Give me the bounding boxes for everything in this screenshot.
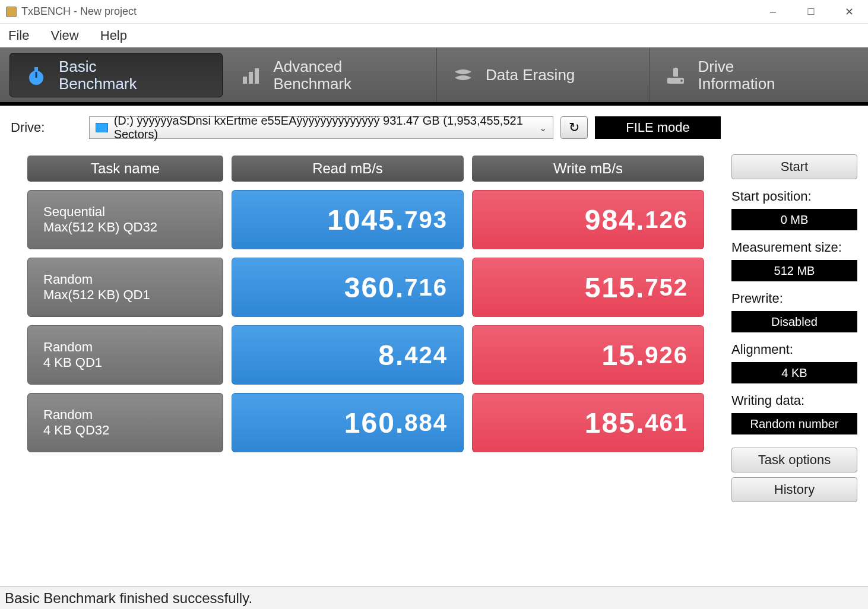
- drive-label: Drive:: [11, 120, 82, 135]
- minimize-button[interactable]: –: [754, 0, 792, 24]
- results-table: Task name Read mB/s Write mB/s Sequentia…: [11, 156, 721, 576]
- svg-rect-1: [34, 67, 38, 71]
- app-icon: [6, 7, 17, 17]
- read-value: 160.884: [232, 393, 464, 452]
- svg-rect-4: [249, 72, 253, 84]
- refresh-icon: ↻: [569, 120, 579, 135]
- task-cell[interactable]: Sequential Max(512 KB) QD32: [27, 190, 223, 249]
- task-cell[interactable]: Random 4 KB QD32: [27, 393, 223, 452]
- svg-rect-3: [243, 77, 247, 84]
- start-position-value[interactable]: 0 MB: [731, 209, 857, 230]
- drive-select[interactable]: (D:) ÿÿÿÿÿÿaSDnsi kxErtme e55EAÿÿÿÿÿÿÿÿÿ…: [89, 116, 553, 139]
- table-row: Random Max(512 KB) QD1 360.716 515.752: [27, 258, 704, 317]
- tab-label: Benchmark: [274, 75, 352, 93]
- tab-drive-information[interactable]: Drive Information: [650, 48, 861, 102]
- side-panel: Start Start position: 0 MB Measurement s…: [731, 116, 857, 576]
- tab-advanced-benchmark[interactable]: Advanced Benchmark: [225, 48, 438, 102]
- read-value: 360.716: [232, 258, 464, 317]
- tab-label: Basic: [59, 58, 137, 75]
- task-line1: Random: [43, 407, 207, 423]
- alignment-label: Alignment:: [731, 342, 857, 357]
- task-line1: Random: [43, 340, 207, 355]
- file-mode-button[interactable]: FILE mode: [595, 116, 721, 139]
- write-value: 15.926: [472, 325, 704, 385]
- window-title: TxBENCH - New project: [21, 5, 754, 18]
- results-header: Task name Read mB/s Write mB/s: [27, 156, 704, 182]
- refresh-button[interactable]: ↻: [560, 116, 588, 139]
- read-value: 8.424: [232, 325, 464, 385]
- erase-icon: [451, 64, 475, 87]
- bars-icon: [239, 64, 263, 87]
- task-line2: 4 KB QD1: [43, 355, 207, 370]
- drive-row: Drive: (D:) ÿÿÿÿÿÿaSDnsi kxErtme e55EAÿÿ…: [11, 116, 721, 139]
- prewrite-value[interactable]: Disabled: [731, 311, 857, 332]
- table-row: Sequential Max(512 KB) QD32 1045.793 984…: [27, 190, 704, 249]
- task-line1: Random: [43, 272, 207, 287]
- tab-label: Advanced: [274, 58, 352, 75]
- read-value: 1045.793: [232, 190, 464, 249]
- menubar: File View Help: [0, 24, 868, 47]
- disk-icon: [96, 123, 108, 132]
- task-line1: Sequential: [43, 204, 207, 220]
- header-task: Task name: [27, 156, 223, 182]
- tabs-bar: Basic Benchmark Advanced Benchmark Data …: [0, 47, 868, 106]
- start-button[interactable]: Start: [731, 154, 857, 179]
- write-value: 515.752: [472, 258, 704, 317]
- tab-label: Data Erasing: [486, 66, 575, 84]
- writing-data-label: Writing data:: [731, 393, 857, 408]
- left-panel: Drive: (D:) ÿÿÿÿÿÿaSDnsi kxErtme e55EAÿÿ…: [11, 116, 721, 576]
- start-position-label: Start position:: [731, 189, 857, 204]
- measurement-size-label: Measurement size:: [731, 240, 857, 255]
- write-value: 185.461: [472, 393, 704, 452]
- tab-label: Benchmark: [59, 75, 137, 93]
- header-write: Write mB/s: [472, 156, 704, 182]
- chevron-down-icon: ⌄: [539, 122, 547, 134]
- close-button[interactable]: ✕: [830, 0, 868, 24]
- drive-icon: [664, 64, 688, 87]
- table-row: Random 4 KB QD1 8.424 15.926: [27, 325, 704, 385]
- tab-label: Drive: [698, 58, 775, 75]
- menu-view[interactable]: View: [47, 26, 82, 46]
- task-line2: Max(512 KB) QD1: [43, 287, 207, 303]
- prewrite-label: Prewrite:: [731, 291, 857, 306]
- writing-data-value[interactable]: Random number: [731, 413, 857, 434]
- task-cell[interactable]: Random Max(512 KB) QD1: [27, 258, 223, 317]
- task-cell[interactable]: Random 4 KB QD1: [27, 325, 223, 385]
- tab-label: Information: [698, 75, 775, 93]
- header-read: Read mB/s: [232, 156, 464, 182]
- menu-help[interactable]: Help: [97, 26, 131, 46]
- svg-point-9: [674, 68, 677, 71]
- status-bar: Basic Benchmark finished successfully.: [0, 586, 868, 609]
- task-options-button[interactable]: Task options: [731, 448, 857, 472]
- main-area: Drive: (D:) ÿÿÿÿÿÿaSDnsi kxErtme e55EAÿÿ…: [0, 106, 868, 586]
- task-line2: Max(512 KB) QD32: [43, 220, 207, 235]
- write-value: 984.126: [472, 190, 704, 249]
- svg-point-7: [680, 80, 683, 82]
- menu-file[interactable]: File: [5, 26, 33, 46]
- measurement-size-value[interactable]: 512 MB: [731, 260, 857, 281]
- svg-rect-5: [255, 68, 259, 84]
- task-line2: 4 KB QD32: [43, 423, 207, 438]
- tab-data-erasing[interactable]: Data Erasing: [437, 48, 650, 102]
- alignment-value[interactable]: 4 KB: [731, 362, 857, 383]
- maximize-button[interactable]: □: [792, 0, 830, 24]
- tab-basic-benchmark[interactable]: Basic Benchmark: [9, 53, 223, 97]
- history-button[interactable]: History: [731, 477, 857, 502]
- titlebar: TxBENCH - New project – □ ✕: [0, 0, 868, 24]
- status-text: Basic Benchmark finished successfully.: [5, 590, 252, 607]
- window-controls: – □ ✕: [754, 0, 868, 24]
- drive-selected-text: (D:) ÿÿÿÿÿÿaSDnsi kxErtme e55EAÿÿÿÿÿÿÿÿÿ…: [114, 114, 539, 141]
- table-row: Random 4 KB QD32 160.884 185.461: [27, 393, 704, 452]
- stopwatch-icon: [24, 64, 48, 87]
